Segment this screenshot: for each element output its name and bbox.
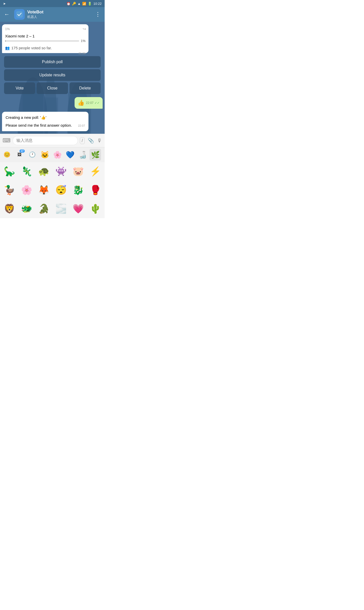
sticker-blastoise[interactable]: 🐊 xyxy=(35,200,52,217)
alarm-icon: ⏰ xyxy=(66,2,71,6)
svg-rect-0 xyxy=(16,11,23,18)
sticker-charizard[interactable]: 🐲 xyxy=(18,200,35,217)
sticker-pack-6[interactable]: 📓 xyxy=(102,149,105,161)
voters-icon: 👥 xyxy=(5,45,10,51)
bubble-time: 21:26 xyxy=(79,52,86,55)
more-options-button[interactable]: ⋮ xyxy=(93,9,103,20)
action-btn-row: Vote Close Delete xyxy=(4,82,101,94)
sticker-grid-row2: 🦆 🌸 🦊 😴 🐉 🥊 xyxy=(0,181,105,199)
sticker-pack-1[interactable]: 🐱 xyxy=(39,149,51,161)
voters-text: 175 people voted so far. xyxy=(11,45,52,51)
update-results-button[interactable]: Update results xyxy=(4,69,101,81)
thumbs-up-bubble: 👍 22:07 ✓✓ xyxy=(75,97,103,109)
sticker-grid-row1: 🦕 🦎 🐢 👾 🐷 ⚡ xyxy=(0,162,105,181)
mic-icon[interactable]: 🎙 xyxy=(97,138,102,144)
sticker-snorlax[interactable]: 😴 xyxy=(53,182,69,198)
poll-result-bubble: ↪ 1% Xiaomi note 2 – 1 1% 👥 175 people v… xyxy=(2,24,88,53)
sticker-mewtwo[interactable]: 🌫️ xyxy=(53,200,69,217)
chat-header: ← VoteBot 机器人 ⋮ xyxy=(0,7,105,22)
sticker-dragonite[interactable]: 🐉 xyxy=(70,182,86,198)
status-bar: ➤ ⏰ 🔑 ▲ 📶 🔋 10:22 xyxy=(0,0,105,7)
sticker-machamp[interactable]: 🥊 xyxy=(87,182,104,198)
bot-reply-bubble: Creating a new poll: '👍' Please send me … xyxy=(2,112,88,131)
sticker-jigglypuff[interactable]: 🌸 xyxy=(18,182,35,198)
bot-message-line1: Creating a new poll: '👍' xyxy=(6,115,85,121)
sticker-pack-button[interactable]: 🖼 17 xyxy=(14,149,25,161)
read-ticks: ✓✓ xyxy=(95,101,100,105)
bot-message-line2: Please send me the first answer option. … xyxy=(6,123,85,128)
vote-button[interactable]: Vote xyxy=(4,82,35,94)
delete-button[interactable]: Delete xyxy=(70,82,101,94)
keyboard-icon[interactable]: ⌨ xyxy=(3,137,11,144)
chat-area: ↪ 1% Xiaomi note 2 – 1 1% 👥 175 people v… xyxy=(0,22,105,134)
sticker-arcanine[interactable]: 🦁 xyxy=(1,200,18,217)
sticker-pack-3[interactable]: 💙 xyxy=(64,149,76,161)
status-bar-left: ➤ xyxy=(3,2,6,6)
sticker-pack-5-active[interactable]: 🌿 xyxy=(89,149,101,161)
emoji-button[interactable]: 😊 xyxy=(1,149,13,161)
bot-name: VoteBot xyxy=(27,10,90,15)
location-icon: ➤ xyxy=(3,2,6,6)
sticker-bar: 😊 🖼 17 🕐 🐱 🌸 💙 🍶 🌿 📓 xyxy=(0,147,105,162)
clock-time: 10:22 xyxy=(93,2,102,6)
sticker-grid-row3: 🦁 🐲 🐊 🌫️ 💗 🌵 xyxy=(0,199,105,218)
header-info: VoteBot 机器人 xyxy=(27,10,90,19)
attach-icon[interactable]: 📎 xyxy=(88,138,94,144)
publish-poll-button[interactable]: Publish poll xyxy=(4,56,101,68)
emoji-icon: 😊 xyxy=(4,151,10,158)
signal-icon: 📶 xyxy=(82,2,86,6)
key-icon: 🔑 xyxy=(72,2,76,6)
poll-result-item: 1% xyxy=(5,27,85,31)
input-icons: / 📎 🎙 xyxy=(80,137,102,144)
sticker-gengar[interactable]: 👾 xyxy=(53,163,69,180)
sticker-scyther[interactable]: 🌵 xyxy=(87,200,104,217)
sticker-slowpoke[interactable]: 🐷 xyxy=(70,163,86,180)
poll-option-percent: 1% xyxy=(81,39,85,43)
status-bar-right: ⏰ 🔑 ▲ 📶 🔋 10:22 xyxy=(66,2,102,6)
bot-subtitle: 机器人 xyxy=(27,15,90,19)
close-button[interactable]: Close xyxy=(37,82,68,94)
poll-xiaomi-item: Xiaomi note 2 – 1 1% xyxy=(5,33,85,43)
forward-icon[interactable]: ↪ xyxy=(83,26,86,32)
bot-avatar xyxy=(14,9,25,20)
sticker-eevee[interactable]: 🦊 xyxy=(35,182,52,198)
sticker-pack-4[interactable]: 🍶 xyxy=(77,149,88,161)
sticker-bulbasaur[interactable]: 🦕 xyxy=(1,163,18,180)
sticker-pack-2[interactable]: 🌸 xyxy=(52,149,63,161)
sticker-doduo[interactable]: 🦆 xyxy=(1,182,18,198)
sticker-pack-icon: 🖼 xyxy=(17,152,21,157)
battery-icon: 🔋 xyxy=(88,2,92,6)
message-time-right: 22:07 xyxy=(86,101,94,105)
input-area: ⌨ / 📎 🎙 xyxy=(0,134,105,147)
command-icon[interactable]: / xyxy=(80,137,85,144)
poll-top-percent: 1% xyxy=(5,27,85,31)
sticker-pikachu[interactable]: ⚡ xyxy=(87,163,104,180)
back-button[interactable]: ← xyxy=(2,9,12,20)
thumbs-up-emoji: 👍 xyxy=(78,100,84,106)
message-input[interactable] xyxy=(13,136,78,145)
history-button[interactable]: 🕐 xyxy=(26,149,38,161)
sticker-mew[interactable]: 💗 xyxy=(70,200,86,217)
poll-action-buttons: Publish poll Update results Vote Close D… xyxy=(2,55,103,97)
poll-voters: 👥 175 people voted so far. xyxy=(5,45,85,51)
sticker-badge-count: 17 xyxy=(19,149,25,153)
history-icon: 🕐 xyxy=(29,151,36,158)
wifi-icon: ▲ xyxy=(78,2,81,6)
bot-message-time: 22:07 xyxy=(78,124,85,128)
sticker-charmander[interactable]: 🦎 xyxy=(18,163,35,180)
sticker-squirtle[interactable]: 🐢 xyxy=(35,163,52,180)
poll-option-label: Xiaomi note 2 – 1 xyxy=(5,33,85,39)
